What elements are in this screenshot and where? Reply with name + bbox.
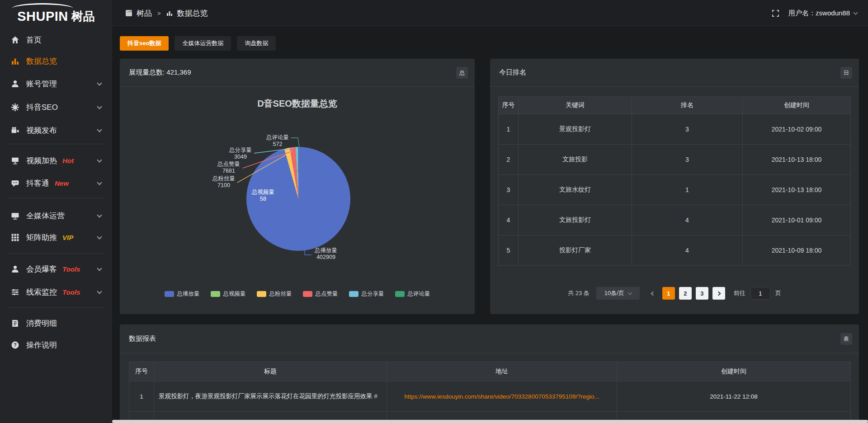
home-icon	[11, 36, 19, 44]
legend-item-comments[interactable]: 总评论量	[395, 290, 430, 298]
screen-icon	[11, 156, 19, 165]
goto-suffix-label: 页	[775, 289, 781, 297]
overview-panel: 展现量总数: 421,369 总 D音SEO数据量总览 总评论量572 总分享量…	[120, 59, 475, 314]
page-button-1[interactable]: 1	[662, 287, 675, 300]
topbar: 树品 > 数据总览 用户名：zswodun88	[112, 0, 868, 26]
sidebar-item-member-tools[interactable]: 会员爆客 Tools	[0, 258, 112, 280]
next-page-button[interactable]	[712, 287, 725, 300]
legend-item-likes[interactable]: 总点赞量	[303, 290, 338, 298]
column-header-no: 序号	[129, 362, 154, 381]
sidebar-divider	[8, 198, 104, 198]
cell-no: 1	[499, 114, 519, 145]
column-header-title: 标题	[154, 362, 387, 381]
total-badge[interactable]: 总	[456, 67, 468, 79]
sidebar-item-label: 消费明细	[26, 318, 57, 329]
day-badge[interactable]: 日	[840, 67, 852, 79]
cell-rank: 3	[632, 114, 743, 145]
tools-badge: Tools	[62, 265, 80, 273]
page-size-select[interactable]: 10条/页	[596, 287, 640, 300]
cell-rank: 1	[632, 175, 743, 205]
pie-label-videos: 总视频量58	[250, 189, 276, 202]
tab-inquiry-data[interactable]: 询盘数据	[237, 36, 276, 51]
sidebar-item-label: 全媒体运营	[26, 211, 65, 221]
sidebar-item-clue-monitor[interactable]: 线索监控 Tools	[0, 281, 112, 303]
table-row: 2 文旅投影 3 2021-10-13 18:00	[499, 145, 851, 175]
column-header-created: 创建时间	[617, 362, 851, 381]
fullscreen-icon[interactable]	[772, 9, 779, 17]
cell-keyword: 投影灯厂家	[519, 235, 632, 266]
table-header-row: 序号 标题 地址 创建时间	[129, 362, 851, 381]
sliders-icon	[11, 288, 19, 296]
user-menu[interactable]: 用户名：zswodun88	[788, 9, 857, 18]
sidebar-item-video-heat[interactable]: 视频加热 Hot	[0, 149, 112, 172]
column-header-keyword: 关键词	[519, 97, 632, 114]
sidebar-item-data-overview[interactable]: 数据总览	[0, 50, 112, 72]
chevron-down-icon	[97, 104, 102, 109]
legend-item-fans[interactable]: 总粉丝量	[257, 290, 292, 298]
cell-keyword: 文旅投影	[519, 145, 632, 175]
brand-logo[interactable]: SHUPIN 树品	[0, 0, 112, 29]
pie-label-comments: 总评论量572	[264, 134, 291, 148]
sidebar-item-video-publish[interactable]: 视频发布	[0, 119, 112, 141]
cell-keyword: 景观投影灯	[519, 114, 632, 145]
sidebar-item-media-ops[interactable]: 全媒体运营	[0, 204, 112, 227]
app-window-icon	[126, 10, 132, 16]
page-button-2[interactable]: 2	[679, 287, 692, 300]
legend-swatch	[303, 291, 312, 297]
cell-no: 1	[129, 381, 154, 412]
sidebar-item-label: 账号管理	[26, 79, 57, 89]
pie-label-shares: 总分享量3049	[227, 147, 254, 160]
tools-badge: Tools	[62, 288, 80, 296]
pie-label-fans: 总粉丝量7100	[211, 175, 237, 189]
pie-chart-title: D音SEO数据量总览	[120, 98, 475, 110]
data-report-table: 序号 标题 地址 创建时间 1 景观投影灯，夜游景观投影灯厂家展示展示落花灯在花…	[129, 362, 851, 423]
chevron-down-icon	[854, 10, 858, 14]
pie-legend: 总播放量 总视频量 总粉丝量 总点赞量 总分享量 总评论量	[120, 290, 475, 298]
cell-rank: 3	[632, 145, 743, 175]
sidebar-item-doukertong[interactable]: 抖客通 New	[0, 172, 112, 194]
horizontal-scrollbar[interactable]	[112, 420, 868, 423]
sidebar-item-douyin-seo[interactable]: 抖音SEO	[0, 96, 112, 118]
breadcrumb-page[interactable]: 数据总览	[177, 8, 208, 19]
cell-created: 2021-10-13 18:00	[743, 145, 851, 175]
table-row: 1 景观投影灯 3 2021-10-02 09:00	[499, 114, 851, 145]
sidebar: SHUPIN 树品 首页 数据总览 账号管理 抖音SEO 视频发布	[0, 0, 112, 423]
chevron-left-icon	[651, 291, 656, 296]
receipt-icon	[11, 319, 19, 328]
ranking-panel-header: 今日排名	[490, 59, 859, 87]
cell-url-link[interactable]: https://www.iesdouyin.com/share/video/70…	[387, 381, 617, 412]
tab-douyin-seo-data[interactable]: 抖音seo数据	[120, 36, 169, 51]
sidebar-item-matrix-boost[interactable]: 矩阵助推 VIP	[0, 226, 112, 249]
legend-item-videos[interactable]: 总视频量	[211, 290, 246, 298]
goto-label: 前往	[734, 289, 745, 297]
sidebar-divider	[8, 144, 104, 144]
page-button-3[interactable]: 3	[696, 287, 708, 300]
today-ranking-table: 序号 关键词 排名 创建时间 1 景观投影灯 3 2021-10-02 09:0…	[498, 96, 851, 266]
member-icon	[11, 265, 19, 273]
sidebar-item-label: 操作说明	[26, 340, 57, 350]
data-source-tabs: 抖音seo数据 全媒体运营数据 询盘数据	[120, 36, 276, 51]
tab-media-ops-data[interactable]: 全媒体运营数据	[175, 36, 231, 51]
cell-created: 2021-10-09 18:00	[743, 235, 851, 266]
sidebar-item-instructions[interactable]: ? 操作说明	[0, 334, 112, 356]
prev-page-button[interactable]	[648, 287, 658, 300]
report-panel-header: 数据报表	[120, 324, 859, 353]
pagination: 共 23 条 10条/页 1 2 3 前往 页	[490, 287, 859, 300]
sidebar-item-home[interactable]: 首页	[0, 28, 112, 51]
goto-page-input[interactable]	[750, 287, 770, 300]
chevron-down-icon	[97, 180, 102, 185]
table-row: 3 文旅水纹灯 1 2021-10-13 18:00	[499, 175, 851, 205]
legend-item-plays[interactable]: 总播放量	[165, 290, 200, 298]
sidebar-item-label: 数据总览	[26, 56, 57, 66]
new-badge: New	[55, 179, 69, 187]
chevron-down-icon	[97, 266, 102, 271]
legend-item-shares[interactable]: 总分享量	[349, 290, 384, 298]
sidebar-item-expense-detail[interactable]: 消费明细	[0, 312, 112, 334]
question-circle-icon: ?	[11, 341, 19, 349]
chat-bubble-icon	[11, 179, 19, 188]
breadcrumb-app[interactable]: 树品	[137, 8, 152, 19]
table-badge[interactable]: 表	[840, 333, 852, 345]
total-count-label: 共 23 条	[568, 289, 590, 297]
sidebar-item-account[interactable]: 账号管理	[0, 72, 112, 95]
legend-swatch	[395, 291, 405, 297]
